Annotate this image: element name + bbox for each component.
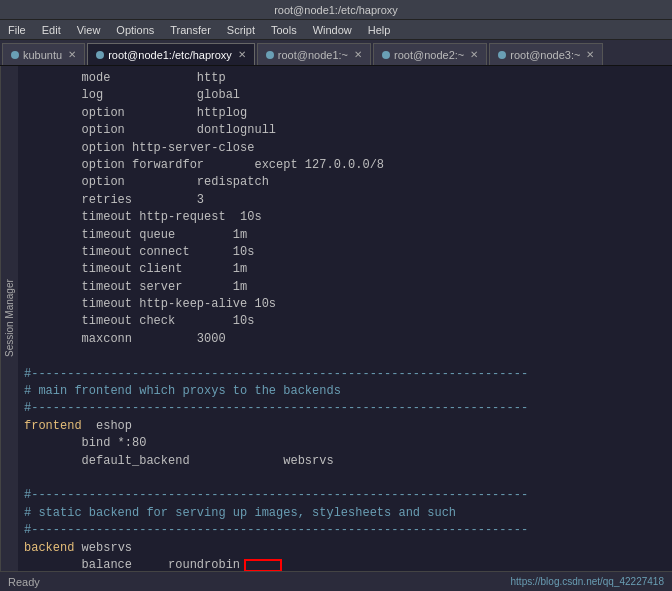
tab-kubuntu[interactable]: kubuntu ✕ — [2, 43, 85, 65]
menu-script[interactable]: Script — [223, 24, 259, 36]
tab-haproxy[interactable]: root@node1:/etc/haproxy ✕ — [87, 43, 255, 65]
tab-close-node3[interactable]: ✕ — [586, 49, 594, 60]
line-comment-3: #---------------------------------------… — [24, 487, 666, 504]
line-backend-websrvs: backend websrvs — [24, 540, 666, 557]
line-timeout-queue: timeout queue 1m — [24, 227, 666, 244]
balance-text: balance roundrobin — [24, 557, 240, 571]
menu-edit[interactable]: Edit — [38, 24, 65, 36]
line-option-dontlognull: option dontlognull — [24, 122, 666, 139]
menu-transfer[interactable]: Transfer — [166, 24, 215, 36]
tab-node1-home[interactable]: root@node1:~ ✕ — [257, 43, 371, 65]
line-timeout-http-keep-alive: timeout http-keep-alive 10s — [24, 296, 666, 313]
menu-options[interactable]: Options — [112, 24, 158, 36]
menu-tools[interactable]: Tools — [267, 24, 301, 36]
line-log: log global — [24, 87, 666, 104]
tab-label-kubuntu: kubuntu — [23, 49, 62, 61]
title-text: root@node1:/etc/haproxy — [274, 4, 398, 16]
menu-window[interactable]: Window — [309, 24, 356, 36]
line-balance: balance roundrobin — [24, 557, 666, 571]
line-default-backend: default_backend websrvs — [24, 453, 666, 470]
tab-label-node3: root@node3:~ — [510, 49, 580, 61]
tab-icon-node2 — [382, 51, 390, 59]
tab-icon-kubuntu — [11, 51, 19, 59]
tab-close-node1-home[interactable]: ✕ — [354, 49, 362, 60]
line-timeout-http-request: timeout http-request 10s — [24, 209, 666, 226]
tab-icon-node3 — [498, 51, 506, 59]
title-bar: root@node1:/etc/haproxy — [0, 0, 672, 20]
line-comment-1: #---------------------------------------… — [24, 366, 666, 383]
tab-node3[interactable]: root@node3:~ ✕ — [489, 43, 603, 65]
session-manager-label: Session Manager — [4, 280, 15, 358]
line-bind: bind *:80 — [24, 435, 666, 452]
tab-close-kubuntu[interactable]: ✕ — [68, 49, 76, 60]
main-layout: Session Manager mode http log global opt… — [0, 66, 672, 571]
session-manager-sidebar[interactable]: Session Manager — [0, 66, 18, 571]
line-option-redispatch: option redispatch — [24, 174, 666, 191]
line-mode: mode http — [24, 70, 666, 87]
tab-label-haproxy: root@node1:/etc/haproxy — [108, 49, 232, 61]
line-option-httplog: option httplog — [24, 105, 666, 122]
line-comment-2: #---------------------------------------… — [24, 400, 666, 417]
line-maxconn: maxconn 3000 — [24, 331, 666, 348]
line-comment-frontend-heading: # main frontend which proxys to the back… — [24, 383, 666, 400]
line-blank-1 — [24, 348, 666, 365]
tab-close-node2[interactable]: ✕ — [470, 49, 478, 60]
line-option-http-server-close: option http-server-close — [24, 140, 666, 157]
tab-label-node1-home: root@node1:~ — [278, 49, 348, 61]
line-timeout-client: timeout client 1m — [24, 261, 666, 278]
line-option-forwardfor: option forwardfor except 127.0.0.0/8 — [24, 157, 666, 174]
menu-view[interactable]: View — [73, 24, 105, 36]
status-left: Ready — [8, 576, 40, 588]
menu-file[interactable]: File — [4, 24, 30, 36]
menu-help[interactable]: Help — [364, 24, 395, 36]
tab-node2[interactable]: root@node2:~ ✕ — [373, 43, 487, 65]
line-comment-4: #---------------------------------------… — [24, 522, 666, 539]
terminal-content[interactable]: mode http log global option httplog opti… — [18, 66, 672, 571]
status-url: https://blog.csdn.net/qq_42227418 — [511, 576, 664, 587]
tab-label-node2: root@node2:~ — [394, 49, 464, 61]
tab-icon-haproxy — [96, 51, 104, 59]
status-bar: Ready https://blog.csdn.net/qq_42227418 — [0, 571, 672, 591]
line-timeout-server: timeout server 1m — [24, 279, 666, 296]
line-retries: retries 3 — [24, 192, 666, 209]
tab-close-haproxy[interactable]: ✕ — [238, 49, 246, 60]
tab-bar: kubuntu ✕ root@node1:/etc/haproxy ✕ root… — [0, 40, 672, 66]
line-blank-2 — [24, 470, 666, 487]
line-comment-backend-heading: # static backend for serving up images, … — [24, 505, 666, 522]
tab-icon-node1-home — [266, 51, 274, 59]
line-timeout-check: timeout check 10s — [24, 313, 666, 330]
menu-bar: File Edit View Options Transfer Script T… — [0, 20, 672, 40]
line-frontend-eshop: frontend eshop — [24, 418, 666, 435]
line-timeout-connect: timeout connect 10s — [24, 244, 666, 261]
redbox-1 — [244, 559, 282, 571]
